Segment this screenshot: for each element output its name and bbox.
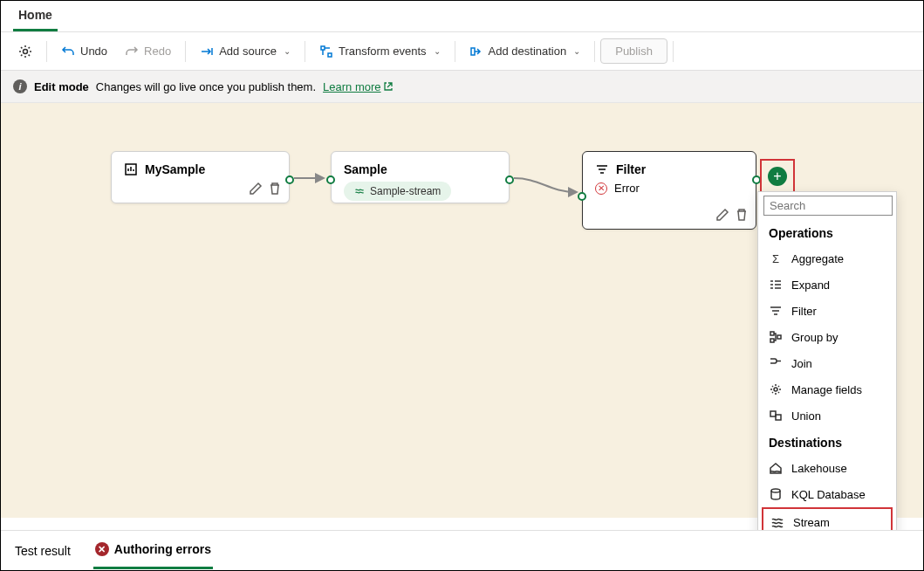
menu-item-lakehouse[interactable]: Lakehouse — [758, 455, 896, 481]
operations-header: Operations — [758, 219, 896, 245]
join-icon — [769, 356, 783, 370]
node-sample[interactable]: Sample Sample-stream — [331, 151, 510, 203]
menu-item-aggregate[interactable]: Σ Aggregate — [758, 245, 896, 272]
info-icon: i — [13, 79, 27, 93]
stream-icon — [354, 186, 365, 196]
bottom-tabs: Test result ✕ Authoring errors — [1, 530, 923, 570]
gear-icon — [18, 45, 32, 58]
external-link-icon — [383, 81, 394, 92]
input-port[interactable] — [326, 175, 335, 184]
transform-icon — [319, 45, 333, 58]
input-port[interactable] — [578, 192, 586, 201]
info-bar: i Edit mode Changes will go live once yo… — [1, 71, 923, 103]
edit-icon[interactable] — [249, 182, 263, 196]
svg-rect-6 — [770, 332, 774, 335]
menu-item-kql[interactable]: KQL Database — [758, 481, 896, 507]
transform-events-button[interactable]: Transform events ⌄ — [311, 39, 449, 64]
svg-rect-3 — [471, 48, 475, 55]
learn-more-link[interactable]: Learn more — [323, 80, 393, 93]
tab-test-result[interactable]: Test result — [13, 533, 72, 568]
svg-point-9 — [774, 388, 777, 391]
info-text: Changes will go live once you publish th… — [96, 80, 316, 93]
svg-point-0 — [24, 49, 28, 53]
svg-rect-10 — [770, 411, 776, 416]
add-node-button[interactable]: + — [768, 167, 787, 186]
menu-item-join[interactable]: Join — [758, 350, 896, 376]
expand-icon — [769, 278, 783, 292]
aggregate-icon: Σ — [769, 251, 783, 265]
publish-button: Publish — [600, 38, 667, 64]
search-input[interactable] — [763, 196, 893, 216]
chevron-down-icon: ⌄ — [284, 46, 291, 56]
database-icon — [769, 487, 783, 501]
add-destination-button[interactable]: Add destination ⌄ — [461, 39, 590, 64]
chart-icon — [124, 162, 138, 176]
chevron-down-icon: ⌄ — [434, 46, 441, 56]
redo-icon — [125, 45, 139, 58]
delete-icon[interactable] — [268, 182, 282, 196]
svg-rect-11 — [776, 415, 781, 420]
undo-icon — [61, 45, 75, 58]
menu-item-manage-fields[interactable]: Manage fields — [758, 376, 896, 402]
add-source-icon — [200, 45, 214, 58]
output-port[interactable] — [285, 175, 294, 184]
output-port[interactable] — [505, 175, 514, 184]
add-source-button[interactable]: Add source ⌄ — [191, 39, 299, 64]
union-icon — [769, 409, 783, 423]
svg-rect-2 — [328, 53, 332, 57]
stream-icon — [770, 515, 784, 529]
menu-item-expand[interactable]: Expand — [758, 272, 896, 298]
groupby-icon — [769, 330, 783, 344]
settings-button[interactable] — [10, 39, 41, 64]
edit-mode-label: Edit mode — [34, 80, 89, 93]
edit-icon[interactable] — [715, 208, 729, 222]
error-badge-icon: ✕ — [95, 542, 109, 556]
add-dest-icon — [469, 45, 483, 58]
redo-button: Redo — [116, 39, 180, 64]
filter-icon — [769, 304, 783, 318]
tab-home[interactable]: Home — [13, 1, 58, 31]
delete-icon[interactable] — [735, 208, 749, 222]
lakehouse-icon — [769, 461, 783, 475]
stream-tag: Sample-stream — [344, 182, 451, 201]
add-menu-dropdown: Operations Σ Aggregate Expand Filter Gro… — [757, 191, 897, 543]
menu-item-union[interactable]: Union — [758, 402, 896, 429]
filter-icon — [595, 162, 609, 176]
toolbar: Undo Redo Add source ⌄ Transform events … — [1, 32, 923, 71]
svg-rect-8 — [777, 335, 781, 339]
svg-point-12 — [771, 489, 780, 492]
destinations-header: Destinations — [758, 429, 896, 455]
chevron-down-icon: ⌄ — [573, 46, 580, 56]
manage-fields-icon — [769, 382, 783, 396]
menu-item-groupby[interactable]: Group by — [758, 324, 896, 350]
node-filter[interactable]: Filter ✕ Error — [582, 151, 756, 230]
error-row: ✕ Error — [583, 182, 756, 207]
connector-arrow — [514, 173, 582, 197]
menu-item-filter[interactable]: Filter — [758, 298, 896, 324]
top-tabs: Home — [1, 1, 923, 32]
svg-rect-7 — [770, 339, 774, 342]
svg-rect-1 — [321, 46, 325, 50]
undo-button[interactable]: Undo — [52, 39, 116, 64]
connector-arrow — [294, 173, 329, 183]
error-icon: ✕ — [595, 182, 607, 195]
node-mysample[interactable]: MySample — [111, 151, 290, 203]
tab-authoring-errors[interactable]: ✕ Authoring errors — [93, 532, 213, 569]
